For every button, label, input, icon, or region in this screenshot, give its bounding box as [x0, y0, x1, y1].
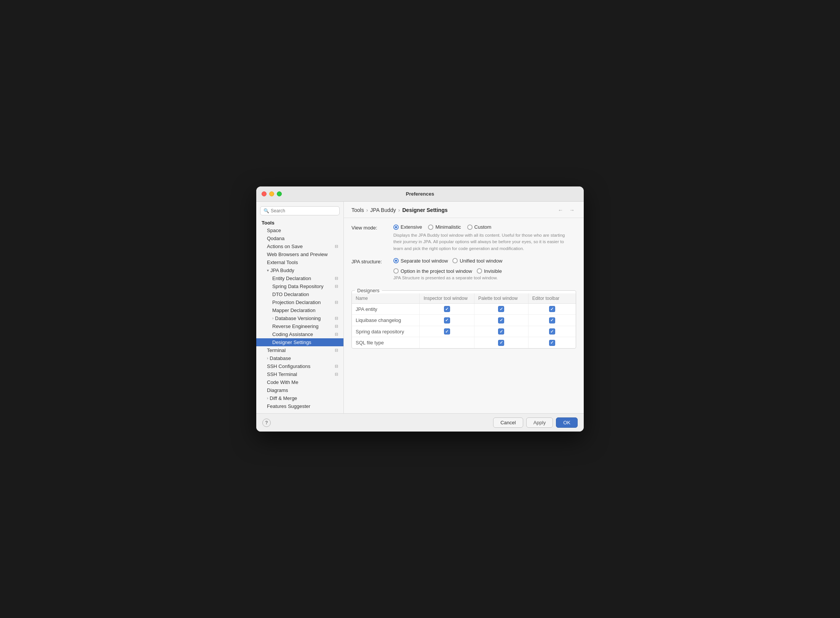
- sidebar-item-jpa-buddy[interactable]: ▾ JPA Buddy: [256, 266, 343, 274]
- breadcrumb-sep-1: ›: [366, 207, 368, 213]
- cell-editor-sql[interactable]: [528, 337, 576, 348]
- sidebar-item-dto-declaration[interactable]: DTO Declaration: [256, 290, 343, 298]
- checkbox-palette-jpa-entity[interactable]: [498, 306, 504, 312]
- apply-button[interactable]: Apply: [526, 417, 553, 428]
- sidebar-item-designer-settings[interactable]: Designer Settings: [256, 338, 343, 346]
- jpa-structure-row: JPA structure: Separate tool window Unif…: [351, 258, 576, 280]
- nav-arrows: ← →: [556, 206, 576, 214]
- badge-actions-on-save: ⊟: [335, 244, 338, 249]
- cell-name-spring-data: Spring data repository: [352, 326, 420, 337]
- cell-editor-spring-data[interactable]: [528, 326, 576, 337]
- radio-circle-minimalistic: [428, 225, 433, 230]
- sidebar-item-web-browsers[interactable]: Web Browsers and Preview: [256, 250, 343, 258]
- radio-circle-custom: [467, 225, 473, 230]
- checkbox-palette-spring-data[interactable]: [498, 328, 504, 334]
- checkbox-editor-spring-data[interactable]: [549, 328, 555, 334]
- cell-palette-sql[interactable]: [474, 337, 528, 348]
- cell-inspector-sql: [420, 337, 474, 348]
- minimize-button[interactable]: [269, 191, 274, 196]
- sidebar-item-ssh-terminal[interactable]: SSH Terminal ⊟: [256, 370, 343, 378]
- maximize-button[interactable]: [277, 191, 282, 196]
- radio-separate[interactable]: Separate tool window: [393, 258, 448, 264]
- checkbox-editor-jpa-entity[interactable]: [549, 306, 555, 312]
- table-row: SQL file type: [352, 337, 576, 348]
- expand-arrow-jpa-buddy: ▾: [267, 268, 269, 272]
- sidebar-item-database[interactable]: › Database: [256, 354, 343, 362]
- sidebar-item-features-suggester[interactable]: Features Suggester: [256, 402, 343, 410]
- badge-terminal: ⊟: [335, 348, 338, 353]
- cell-name-sql: SQL file type: [352, 337, 420, 348]
- breadcrumb-jpa-buddy: JPA Buddy: [370, 207, 396, 213]
- table-header-row: Name Inspector tool window Palette tool …: [352, 293, 576, 304]
- nav-back[interactable]: ←: [556, 206, 565, 214]
- radio-project-tool[interactable]: Option in the project tool window: [393, 268, 472, 274]
- sidebar-item-code-with-me[interactable]: Code With Me: [256, 378, 343, 386]
- radio-label-separate: Separate tool window: [401, 258, 448, 264]
- nav-forward[interactable]: →: [568, 206, 576, 214]
- ok-button[interactable]: OK: [556, 417, 578, 428]
- sidebar-item-ssh-configurations[interactable]: SSH Configurations ⊟: [256, 362, 343, 370]
- expand-arrow-diff-merge: ›: [267, 396, 268, 400]
- radio-extensive[interactable]: Extensive: [393, 224, 422, 230]
- jpa-structure-label: JPA structure:: [351, 258, 393, 264]
- checkbox-inspector-jpa-entity[interactable]: [444, 306, 450, 312]
- checkbox-palette-sql[interactable]: [498, 340, 504, 346]
- radio-label-unified: Unified tool window: [460, 258, 502, 264]
- checkbox-inspector-spring-data[interactable]: [444, 328, 450, 334]
- checkbox-palette-liquibase[interactable]: [498, 317, 504, 323]
- cancel-button[interactable]: Cancel: [493, 417, 523, 428]
- badge-entity-declaration: ⊟: [335, 276, 338, 281]
- checkbox-inspector-liquibase[interactable]: [444, 317, 450, 323]
- cell-inspector-jpa-entity[interactable]: [420, 303, 474, 315]
- close-button[interactable]: [262, 191, 267, 196]
- cell-palette-liquibase[interactable]: [474, 315, 528, 326]
- search-box[interactable]: 🔍: [260, 206, 340, 215]
- cell-inspector-liquibase[interactable]: [420, 315, 474, 326]
- sidebar-item-mapper-declaration[interactable]: Mapper Declaration: [256, 306, 343, 314]
- table-row: Spring data repository: [352, 326, 576, 337]
- badge-ssh-terminal: ⊟: [335, 372, 338, 377]
- sidebar-item-reverse-engineering[interactable]: Reverse Engineering ⊟: [256, 322, 343, 330]
- radio-unified[interactable]: Unified tool window: [452, 258, 502, 264]
- search-icon: 🔍: [263, 208, 269, 213]
- table-row: JPA entity: [352, 303, 576, 315]
- sidebar-item-diagrams[interactable]: Diagrams: [256, 386, 343, 394]
- help-button[interactable]: ?: [262, 419, 271, 427]
- sidebar-item-spring-data-repo[interactable]: Spring Data Repository ⊟: [256, 282, 343, 290]
- cell-editor-liquibase[interactable]: [528, 315, 576, 326]
- sidebar-item-space[interactable]: Space: [256, 226, 343, 234]
- radio-label-invisible: Invisible: [484, 268, 502, 274]
- footer-left: ?: [262, 419, 271, 427]
- radio-label-custom: Custom: [474, 224, 492, 230]
- sidebar-item-coding-assistance[interactable]: Coding Assistance ⊟: [256, 330, 343, 338]
- radio-minimalistic[interactable]: Minimalistic: [428, 224, 461, 230]
- col-header-name: Name: [352, 293, 420, 304]
- cell-palette-jpa-entity[interactable]: [474, 303, 528, 315]
- jpa-structure-content: Separate tool window Unified tool window…: [393, 258, 576, 280]
- search-input[interactable]: [271, 208, 336, 213]
- sidebar-item-actions-on-save[interactable]: Actions on Save ⊟: [256, 242, 343, 250]
- designers-legend: Designers: [355, 288, 382, 293]
- col-header-palette: Palette tool window: [474, 293, 528, 304]
- radio-custom[interactable]: Custom: [467, 224, 492, 230]
- col-header-inspector: Inspector tool window: [420, 293, 474, 304]
- cell-name-liquibase: Liquibase changelog: [352, 315, 420, 326]
- sidebar-item-entity-declaration[interactable]: Entity Declaration ⊟: [256, 274, 343, 282]
- expand-arrow-database: ›: [267, 356, 268, 360]
- sidebar-item-qodana[interactable]: Qodana: [256, 234, 343, 242]
- radio-label-project-tool: Option in the project tool window: [401, 268, 472, 274]
- sidebar-item-terminal[interactable]: Terminal ⊟: [256, 346, 343, 354]
- badge-ssh-configs: ⊟: [335, 364, 338, 369]
- checkbox-editor-sql[interactable]: [549, 340, 555, 346]
- radio-invisible[interactable]: Invisible: [477, 268, 502, 274]
- cell-palette-spring-data[interactable]: [474, 326, 528, 337]
- sidebar-item-database-versioning[interactable]: › Database Versioning ⊟: [256, 314, 343, 322]
- view-mode-label: View mode:: [351, 224, 393, 231]
- sidebar-item-diff-merge[interactable]: › Diff & Merge: [256, 394, 343, 402]
- sidebar-item-projection-declaration[interactable]: Projection Declaration ⊟: [256, 298, 343, 306]
- badge-reverse-engineering: ⊟: [335, 324, 338, 329]
- cell-inspector-spring-data[interactable]: [420, 326, 474, 337]
- checkbox-editor-liquibase[interactable]: [549, 317, 555, 323]
- cell-editor-jpa-entity[interactable]: [528, 303, 576, 315]
- sidebar-item-external-tools[interactable]: External Tools: [256, 258, 343, 266]
